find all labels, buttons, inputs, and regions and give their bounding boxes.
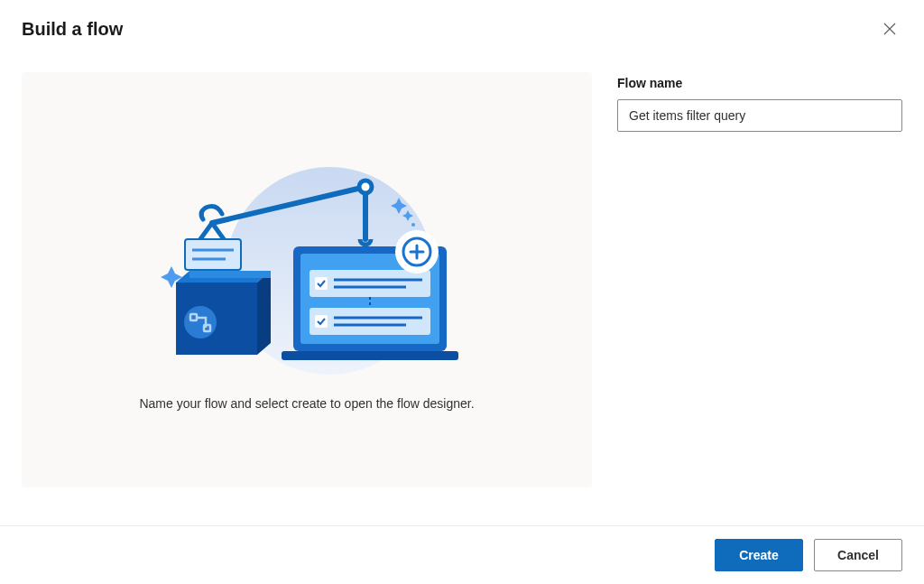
svg-rect-23: [282, 351, 458, 360]
form-panel: Flow name: [617, 72, 902, 487]
dialog-body: Name your flow and select create to open…: [0, 72, 924, 487]
svg-rect-25: [315, 277, 328, 290]
svg-marker-17: [189, 271, 271, 278]
flow-illustration: [135, 149, 478, 375]
svg-point-18: [184, 306, 217, 338]
dialog-header: Build a flow: [0, 0, 924, 51]
svg-line-10: [212, 223, 224, 239]
svg-line-9: [200, 223, 212, 239]
create-button[interactable]: Create: [715, 539, 803, 571]
instruction-text: Name your flow and select create to open…: [139, 396, 474, 411]
flow-name-input[interactable]: [617, 99, 902, 132]
dialog-footer: Create Cancel: [0, 525, 924, 584]
svg-rect-30: [315, 315, 328, 328]
svg-rect-11: [185, 239, 241, 270]
dialog-title: Build a flow: [22, 19, 123, 40]
svg-point-8: [359, 181, 372, 193]
close-icon: [882, 22, 897, 36]
svg-point-5: [411, 223, 415, 227]
illustration-panel: Name your flow and select create to open…: [22, 72, 592, 487]
flow-name-label: Flow name: [617, 76, 902, 90]
close-button[interactable]: [877, 16, 902, 42]
cancel-button[interactable]: Cancel: [814, 539, 902, 571]
svg-marker-16: [257, 271, 271, 355]
svg-rect-24: [310, 270, 430, 297]
svg-rect-29: [310, 308, 430, 335]
